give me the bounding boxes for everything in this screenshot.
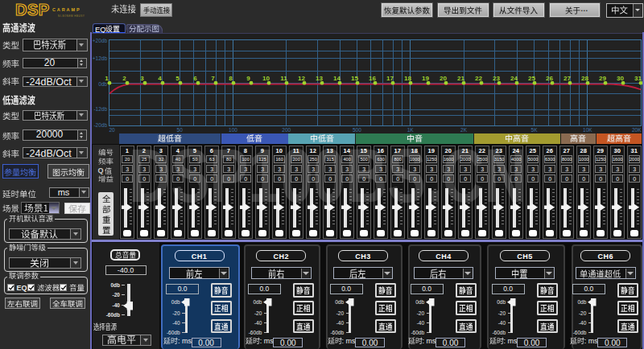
svg-text:12: 12 xyxy=(298,75,305,82)
svg-text:0db: 0db xyxy=(98,81,107,87)
svg-text:20: 20 xyxy=(109,127,116,133)
svg-text:10: 10 xyxy=(262,75,270,82)
svg-text:+12db: +12db xyxy=(93,55,108,61)
svg-text:24: 24 xyxy=(510,75,518,82)
svg-text:23: 23 xyxy=(493,75,500,82)
svg-text:20K: 20K xyxy=(632,127,642,133)
svg-text:4: 4 xyxy=(158,75,162,82)
svg-text:5: 5 xyxy=(175,75,180,82)
svg-text:18: 18 xyxy=(404,75,411,82)
svg-text:15: 15 xyxy=(351,75,358,82)
svg-text:20: 20 xyxy=(440,75,447,82)
svg-text:11: 11 xyxy=(280,75,287,82)
svg-text:6: 6 xyxy=(193,75,197,82)
svg-text:21: 21 xyxy=(457,75,464,82)
svg-text:25: 25 xyxy=(528,75,535,82)
svg-text:-20db: -20db xyxy=(93,122,107,128)
svg-text:2: 2 xyxy=(122,75,126,82)
svg-text:26: 26 xyxy=(546,75,553,82)
svg-text:16: 16 xyxy=(369,75,376,82)
svg-text:13: 13 xyxy=(316,75,323,82)
svg-text:30: 30 xyxy=(617,75,624,82)
svg-text:31: 31 xyxy=(634,75,642,82)
svg-text:7: 7 xyxy=(211,75,215,82)
svg-text:-12db: -12db xyxy=(93,106,107,112)
svg-text:19: 19 xyxy=(422,75,429,82)
svg-text:28: 28 xyxy=(581,75,588,82)
svg-text:9: 9 xyxy=(246,75,250,82)
svg-text:14: 14 xyxy=(333,75,341,82)
svg-text:29: 29 xyxy=(599,75,606,82)
svg-text:3: 3 xyxy=(140,75,144,82)
svg-text:8: 8 xyxy=(229,75,233,82)
svg-text:27: 27 xyxy=(564,75,571,82)
svg-text:17: 17 xyxy=(386,75,394,82)
svg-text:+20db: +20db xyxy=(93,38,108,43)
svg-text:22: 22 xyxy=(475,75,482,82)
